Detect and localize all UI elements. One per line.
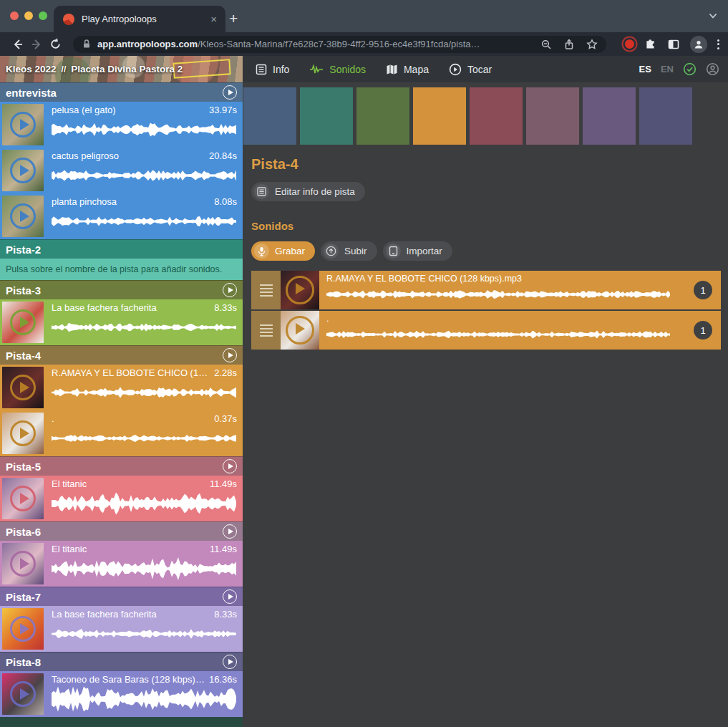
url-path: /Kleos-Santa-Marina/f7e628c7-38b9-4ff2-9…	[198, 39, 480, 49]
sound-clip[interactable]: La base fachera facherita 8.33s	[0, 606, 243, 652]
breadcrumb-project[interactable]: Kleos 2022	[6, 64, 57, 74]
star-icon[interactable]	[586, 39, 598, 50]
antropoloops-favicon-icon	[63, 14, 74, 25]
track-color-swatch-8[interactable]	[639, 87, 692, 145]
clip-thumbnail[interactable]	[2, 104, 44, 145]
clip-thumbnail[interactable]	[2, 478, 44, 519]
clip-list: pelusa (el gato) 33.97s cactus peligroso…	[0, 102, 243, 239]
reload-icon[interactable]	[46, 35, 64, 54]
play-section-icon[interactable]	[223, 85, 237, 100]
nav-sonidos[interactable]: Sonidos	[309, 64, 366, 75]
clip-play-icon[interactable]	[10, 486, 36, 511]
sound-row[interactable]: R.AMAYA Y EL BOBOTE CHICO (128 kbps).mp3…	[251, 271, 721, 309]
clip-play-icon[interactable]	[10, 375, 36, 400]
track-color-swatch-1[interactable]	[243, 87, 296, 145]
extensions-puzzle-icon[interactable]	[644, 38, 657, 51]
minimize-window-button[interactable]	[24, 11, 33, 20]
breadcrumb-scene[interactable]: Placeta Divina Pastora 2	[71, 64, 183, 74]
forward-icon[interactable]	[27, 35, 46, 54]
sound-play-icon[interactable]	[286, 276, 314, 304]
nav-mapa[interactable]: Mapa	[386, 64, 429, 75]
sound-clip[interactable]: El titanic 11.49s	[0, 476, 243, 521]
clip-play-icon[interactable]	[10, 203, 36, 229]
profile-avatar-icon[interactable]	[690, 36, 707, 53]
record-dot-icon[interactable]	[625, 39, 634, 49]
track-color-swatch-3[interactable]	[356, 87, 409, 145]
track-color-swatch-4-active[interactable]	[413, 87, 466, 145]
clip-thumbnail[interactable]	[2, 302, 44, 343]
track-color-swatch-7[interactable]	[583, 87, 636, 145]
track-section: Pista-7 La base fachera facherita 8.33s	[0, 587, 243, 652]
tab-overview-chevron-icon[interactable]	[708, 11, 718, 21]
track-section-header[interactable]: entrevista	[0, 82, 243, 102]
track-section-header[interactable]: Pista-7	[0, 587, 243, 606]
track-color-swatch-2[interactable]	[300, 87, 353, 145]
track-section-header[interactable]: Pista-8	[0, 652, 243, 671]
lang-es[interactable]: ES	[639, 64, 651, 74]
play-section-icon[interactable]	[223, 283, 237, 297]
close-window-button[interactable]	[10, 11, 19, 20]
clip-thumbnail[interactable]	[2, 543, 44, 584]
clip-duration: 11.49s	[210, 544, 237, 554]
grabar-button[interactable]: Grabar	[251, 241, 315, 261]
back-icon[interactable]	[9, 35, 27, 54]
track-color-swatch-6[interactable]	[526, 87, 579, 145]
track-section-header[interactable]: Pista-2	[0, 239, 243, 259]
drag-handle-icon[interactable]	[251, 271, 281, 309]
clip-play-icon[interactable]	[10, 158, 36, 183]
clip-play-icon[interactable]	[10, 616, 36, 642]
split-view-icon[interactable]	[667, 38, 680, 51]
sound-thumbnail[interactable]	[281, 311, 319, 350]
sound-row[interactable]: . 1	[251, 311, 721, 350]
sound-clip[interactable]: El titanic 11.49s	[0, 541, 243, 587]
track-section-header[interactable]: Pista-6	[0, 521, 243, 541]
clip-thumbnail[interactable]	[2, 673, 44, 715]
clip-play-icon[interactable]	[10, 420, 36, 446]
play-section-icon[interactable]	[223, 459, 237, 473]
track-section-header[interactable]: Pista-4	[0, 345, 243, 365]
sound-thumbnail[interactable]	[281, 271, 319, 309]
zoom-window-button[interactable]	[39, 11, 47, 20]
sound-play-icon[interactable]	[286, 316, 314, 345]
browser-menu-dots-icon[interactable]	[717, 39, 719, 49]
tab-close-icon[interactable]: ×	[209, 13, 218, 25]
drag-handle-icon[interactable]	[251, 311, 281, 350]
clip-thumbnail[interactable]	[2, 150, 44, 191]
sound-clip[interactable]: planta pinchosa 8.08s	[0, 193, 243, 239]
sound-clip[interactable]: Taconeo de Sara Baras (128 kbps).mp3 16.…	[0, 671, 243, 717]
sound-clip[interactable]: . 0.37s	[0, 410, 243, 456]
clip-thumbnail[interactable]	[2, 196, 44, 237]
play-section-icon[interactable]	[223, 524, 237, 539]
new-tab-button[interactable]: +	[229, 6, 238, 31]
play-section-icon[interactable]	[223, 655, 237, 669]
clip-thumbnail[interactable]	[2, 413, 44, 454]
address-bar[interactable]: app.antropoloops.com/Kleos-Santa-Marina/…	[73, 36, 606, 53]
browser-tab[interactable]: Play Antropoloops ×	[54, 6, 225, 32]
clip-name: planta pinchosa	[52, 196, 210, 207]
sound-clip[interactable]: R.AMAYA Y EL BOBOTE CHICO (128 kbps)....…	[0, 365, 243, 410]
sound-clip[interactable]: pelusa (el gato) 33.97s	[0, 102, 243, 148]
sound-clip[interactable]: cactus peligroso 20.84s	[0, 148, 243, 193]
track-color-swatch-5[interactable]	[470, 87, 523, 145]
lang-en[interactable]: EN	[661, 64, 674, 74]
account-person-icon[interactable]	[706, 62, 719, 76]
zoom-icon[interactable]	[540, 39, 552, 50]
clip-thumbnail[interactable]	[2, 608, 44, 650]
play-section-icon[interactable]	[223, 348, 237, 362]
track-section-header[interactable]: Pista-5	[0, 456, 243, 476]
clip-play-icon[interactable]	[10, 681, 36, 707]
share-icon[interactable]	[563, 39, 575, 50]
clip-thumbnail[interactable]	[2, 367, 44, 408]
nav-info[interactable]: Info	[256, 64, 289, 75]
clip-play-icon[interactable]	[10, 112, 36, 138]
track-section-header[interactable]: Pista-3	[0, 280, 243, 299]
clip-play-icon[interactable]	[10, 551, 36, 577]
edit-track-info-button[interactable]: Editar info de pista	[251, 182, 365, 201]
app-top-bar: Kleos 2022 // Placeta Divina Pastora 2 I…	[0, 56, 728, 82]
subir-button[interactable]: Subir	[321, 241, 377, 261]
nav-tocar[interactable]: Tocar	[449, 63, 492, 76]
sound-clip[interactable]: La base fachera facherita 8.33s	[0, 299, 243, 345]
importar-button[interactable]: Importar	[383, 241, 452, 261]
play-section-icon[interactable]	[223, 589, 237, 604]
clip-play-icon[interactable]	[10, 309, 36, 335]
